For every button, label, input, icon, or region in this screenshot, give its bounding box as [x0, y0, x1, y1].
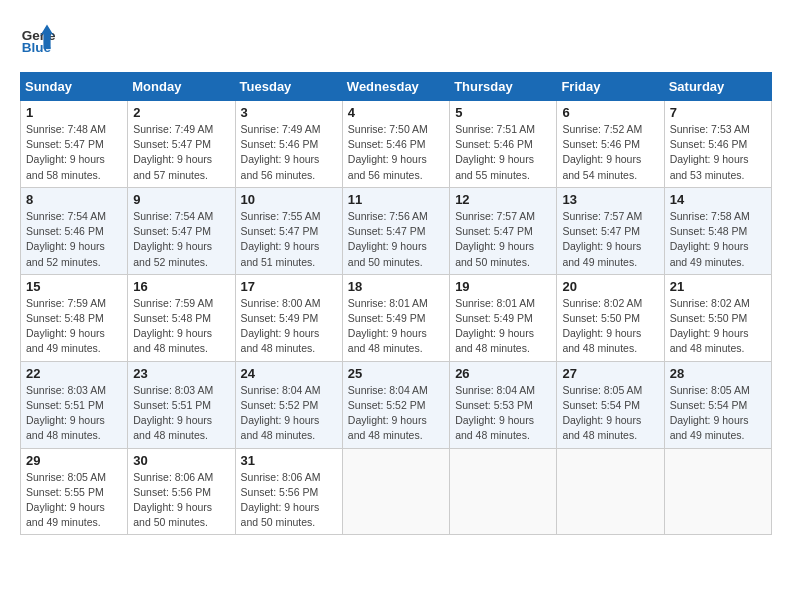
day-info: Sunrise: 8:04 AM Sunset: 5:52 PM Dayligh… [348, 383, 444, 444]
day-cell-11: 11Sunrise: 7:56 AM Sunset: 5:47 PM Dayli… [342, 187, 449, 274]
weekday-monday: Monday [128, 73, 235, 101]
day-cell-13: 13Sunrise: 7:57 AM Sunset: 5:47 PM Dayli… [557, 187, 664, 274]
day-info: Sunrise: 8:05 AM Sunset: 5:54 PM Dayligh… [562, 383, 658, 444]
day-number: 10 [241, 192, 337, 207]
day-cell-26: 26Sunrise: 8:04 AM Sunset: 5:53 PM Dayli… [450, 361, 557, 448]
day-cell-14: 14Sunrise: 7:58 AM Sunset: 5:48 PM Dayli… [664, 187, 771, 274]
day-info: Sunrise: 7:50 AM Sunset: 5:46 PM Dayligh… [348, 122, 444, 183]
logo: General Blue [20, 20, 56, 56]
day-number: 6 [562, 105, 658, 120]
day-cell-19: 19Sunrise: 8:01 AM Sunset: 5:49 PM Dayli… [450, 274, 557, 361]
empty-cell [450, 448, 557, 535]
day-cell-22: 22Sunrise: 8:03 AM Sunset: 5:51 PM Dayli… [21, 361, 128, 448]
day-cell-5: 5Sunrise: 7:51 AM Sunset: 5:46 PM Daylig… [450, 101, 557, 188]
day-number: 4 [348, 105, 444, 120]
calendar-week-2: 8Sunrise: 7:54 AM Sunset: 5:46 PM Daylig… [21, 187, 772, 274]
day-info: Sunrise: 7:54 AM Sunset: 5:47 PM Dayligh… [133, 209, 229, 270]
day-number: 25 [348, 366, 444, 381]
calendar-week-5: 29Sunrise: 8:05 AM Sunset: 5:55 PM Dayli… [21, 448, 772, 535]
empty-cell [342, 448, 449, 535]
day-info: Sunrise: 8:06 AM Sunset: 5:56 PM Dayligh… [241, 470, 337, 531]
day-cell-3: 3Sunrise: 7:49 AM Sunset: 5:46 PM Daylig… [235, 101, 342, 188]
weekday-thursday: Thursday [450, 73, 557, 101]
day-info: Sunrise: 8:05 AM Sunset: 5:55 PM Dayligh… [26, 470, 122, 531]
day-info: Sunrise: 8:02 AM Sunset: 5:50 PM Dayligh… [562, 296, 658, 357]
day-cell-20: 20Sunrise: 8:02 AM Sunset: 5:50 PM Dayli… [557, 274, 664, 361]
day-cell-31: 31Sunrise: 8:06 AM Sunset: 5:56 PM Dayli… [235, 448, 342, 535]
day-cell-12: 12Sunrise: 7:57 AM Sunset: 5:47 PM Dayli… [450, 187, 557, 274]
day-number: 1 [26, 105, 122, 120]
day-cell-1: 1Sunrise: 7:48 AM Sunset: 5:47 PM Daylig… [21, 101, 128, 188]
day-cell-23: 23Sunrise: 8:03 AM Sunset: 5:51 PM Dayli… [128, 361, 235, 448]
day-info: Sunrise: 7:49 AM Sunset: 5:47 PM Dayligh… [133, 122, 229, 183]
weekday-wednesday: Wednesday [342, 73, 449, 101]
day-number: 21 [670, 279, 766, 294]
day-number: 2 [133, 105, 229, 120]
weekday-header-row: SundayMondayTuesdayWednesdayThursdayFrid… [21, 73, 772, 101]
day-cell-8: 8Sunrise: 7:54 AM Sunset: 5:46 PM Daylig… [21, 187, 128, 274]
day-cell-9: 9Sunrise: 7:54 AM Sunset: 5:47 PM Daylig… [128, 187, 235, 274]
day-info: Sunrise: 8:03 AM Sunset: 5:51 PM Dayligh… [133, 383, 229, 444]
day-info: Sunrise: 7:49 AM Sunset: 5:46 PM Dayligh… [241, 122, 337, 183]
day-number: 12 [455, 192, 551, 207]
day-number: 19 [455, 279, 551, 294]
day-cell-30: 30Sunrise: 8:06 AM Sunset: 5:56 PM Dayli… [128, 448, 235, 535]
day-number: 27 [562, 366, 658, 381]
day-info: Sunrise: 8:04 AM Sunset: 5:52 PM Dayligh… [241, 383, 337, 444]
day-info: Sunrise: 8:01 AM Sunset: 5:49 PM Dayligh… [348, 296, 444, 357]
day-number: 31 [241, 453, 337, 468]
day-info: Sunrise: 8:02 AM Sunset: 5:50 PM Dayligh… [670, 296, 766, 357]
day-info: Sunrise: 7:53 AM Sunset: 5:46 PM Dayligh… [670, 122, 766, 183]
empty-cell [557, 448, 664, 535]
day-info: Sunrise: 7:57 AM Sunset: 5:47 PM Dayligh… [562, 209, 658, 270]
day-cell-2: 2Sunrise: 7:49 AM Sunset: 5:47 PM Daylig… [128, 101, 235, 188]
day-info: Sunrise: 7:51 AM Sunset: 5:46 PM Dayligh… [455, 122, 551, 183]
day-number: 22 [26, 366, 122, 381]
page-header: General Blue [20, 20, 772, 56]
day-number: 29 [26, 453, 122, 468]
day-number: 14 [670, 192, 766, 207]
day-cell-28: 28Sunrise: 8:05 AM Sunset: 5:54 PM Dayli… [664, 361, 771, 448]
day-number: 5 [455, 105, 551, 120]
day-info: Sunrise: 8:03 AM Sunset: 5:51 PM Dayligh… [26, 383, 122, 444]
day-cell-17: 17Sunrise: 8:00 AM Sunset: 5:49 PM Dayli… [235, 274, 342, 361]
day-info: Sunrise: 7:59 AM Sunset: 5:48 PM Dayligh… [133, 296, 229, 357]
logo-icon: General Blue [20, 20, 56, 56]
day-info: Sunrise: 8:04 AM Sunset: 5:53 PM Dayligh… [455, 383, 551, 444]
day-number: 8 [26, 192, 122, 207]
weekday-sunday: Sunday [21, 73, 128, 101]
day-number: 13 [562, 192, 658, 207]
day-number: 28 [670, 366, 766, 381]
day-cell-18: 18Sunrise: 8:01 AM Sunset: 5:49 PM Dayli… [342, 274, 449, 361]
day-number: 20 [562, 279, 658, 294]
day-cell-16: 16Sunrise: 7:59 AM Sunset: 5:48 PM Dayli… [128, 274, 235, 361]
calendar-body: 1Sunrise: 7:48 AM Sunset: 5:47 PM Daylig… [21, 101, 772, 535]
day-number: 30 [133, 453, 229, 468]
day-number: 3 [241, 105, 337, 120]
day-number: 26 [455, 366, 551, 381]
day-cell-6: 6Sunrise: 7:52 AM Sunset: 5:46 PM Daylig… [557, 101, 664, 188]
day-number: 11 [348, 192, 444, 207]
day-info: Sunrise: 7:57 AM Sunset: 5:47 PM Dayligh… [455, 209, 551, 270]
day-cell-29: 29Sunrise: 8:05 AM Sunset: 5:55 PM Dayli… [21, 448, 128, 535]
day-cell-4: 4Sunrise: 7:50 AM Sunset: 5:46 PM Daylig… [342, 101, 449, 188]
day-number: 15 [26, 279, 122, 294]
empty-cell [664, 448, 771, 535]
day-info: Sunrise: 7:52 AM Sunset: 5:46 PM Dayligh… [562, 122, 658, 183]
day-info: Sunrise: 8:00 AM Sunset: 5:49 PM Dayligh… [241, 296, 337, 357]
day-number: 18 [348, 279, 444, 294]
day-info: Sunrise: 7:54 AM Sunset: 5:46 PM Dayligh… [26, 209, 122, 270]
day-cell-7: 7Sunrise: 7:53 AM Sunset: 5:46 PM Daylig… [664, 101, 771, 188]
day-number: 9 [133, 192, 229, 207]
day-info: Sunrise: 8:01 AM Sunset: 5:49 PM Dayligh… [455, 296, 551, 357]
calendar-week-4: 22Sunrise: 8:03 AM Sunset: 5:51 PM Dayli… [21, 361, 772, 448]
day-cell-15: 15Sunrise: 7:59 AM Sunset: 5:48 PM Dayli… [21, 274, 128, 361]
day-info: Sunrise: 8:05 AM Sunset: 5:54 PM Dayligh… [670, 383, 766, 444]
day-cell-10: 10Sunrise: 7:55 AM Sunset: 5:47 PM Dayli… [235, 187, 342, 274]
calendar-table: SundayMondayTuesdayWednesdayThursdayFrid… [20, 72, 772, 535]
day-number: 23 [133, 366, 229, 381]
weekday-saturday: Saturday [664, 73, 771, 101]
day-info: Sunrise: 7:55 AM Sunset: 5:47 PM Dayligh… [241, 209, 337, 270]
day-cell-27: 27Sunrise: 8:05 AM Sunset: 5:54 PM Dayli… [557, 361, 664, 448]
day-cell-21: 21Sunrise: 8:02 AM Sunset: 5:50 PM Dayli… [664, 274, 771, 361]
